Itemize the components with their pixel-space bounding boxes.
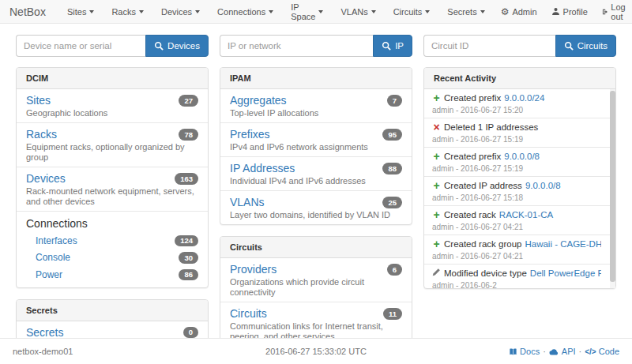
scrollbar-thumb[interactable]: [610, 91, 615, 282]
activity-meta: admin - 2016-06-27 15:19: [432, 135, 601, 144]
activity-meta: admin - 2016-06-27 15:19: [432, 164, 601, 173]
secrets-link[interactable]: Secrets: [26, 326, 63, 340]
code-link[interactable]: </> Code: [585, 347, 619, 356]
caret-down-icon: [480, 10, 485, 13]
aggregates-count-badge: 7: [387, 95, 402, 107]
delete-icon: ×: [432, 122, 441, 133]
nav-item-racks[interactable]: Racks: [103, 0, 152, 24]
activity-meta: admin - 2016-06-27 15:20: [432, 106, 601, 114]
link-label: Code: [599, 347, 619, 356]
dcim-item-connections: Connections Interfaces 124 Console 30 Po…: [17, 212, 208, 287]
plus-icon: +: [432, 209, 441, 221]
providers-link[interactable]: Providers: [230, 263, 276, 276]
sites-link[interactable]: Sites: [26, 94, 51, 107]
activity-target-link[interactable]: 9.0.0.0/8: [504, 151, 540, 163]
brand[interactable]: NetBox: [9, 6, 46, 18]
caret-down-icon: [139, 10, 144, 13]
vlans-desc: Layer two domains, identified by VLAN ID: [230, 210, 402, 220]
interfaces-link[interactable]: Interfaces: [36, 235, 77, 246]
console-link[interactable]: Console: [36, 252, 70, 263]
circuit-search-input[interactable]: [423, 35, 555, 57]
nav-item-vlans[interactable]: VLANs: [332, 0, 384, 24]
nav-item-connections[interactable]: Connections: [209, 0, 282, 24]
main-menu: Sites Racks Devices Connections IP Space…: [58, 0, 494, 24]
vlans-link[interactable]: VLANs: [230, 196, 265, 209]
ip-search-input[interactable]: [220, 35, 373, 57]
activity-item: +Created rack groupHawaii - CAGE-DH1-01 …: [424, 235, 615, 265]
activity-meta: admin - 2016-06-2: [432, 281, 601, 288]
nav-label: Devices: [161, 7, 192, 17]
column-activity: Recent Activity +Created prefix9.0.0.0/2…: [423, 67, 616, 300]
power-link[interactable]: Power: [36, 269, 62, 280]
panel-recent-activity: Recent Activity +Created prefix9.0.0.0/2…: [423, 67, 616, 289]
caret-down-icon: [318, 10, 323, 13]
nav-label: Admin: [512, 7, 536, 17]
ip-search-group: IP: [220, 35, 412, 57]
device-search-button[interactable]: Devices: [145, 35, 209, 57]
nav-label: Racks: [111, 7, 136, 17]
vlans-count-badge: 25: [382, 197, 402, 208]
activity-target-link[interactable]: Dell PowerEdge R630: [530, 268, 601, 280]
activity-action: Modified device type: [444, 268, 527, 280]
nav-item-circuits[interactable]: Circuits: [385, 0, 439, 24]
caret-down-icon: [269, 10, 273, 13]
nav-item-devices[interactable]: Devices: [152, 0, 209, 24]
prefixes-link[interactable]: Prefixes: [230, 128, 270, 141]
nav-item-sites[interactable]: Sites: [58, 0, 103, 24]
button-label: Circuits: [577, 41, 608, 51]
devices-link[interactable]: Devices: [26, 172, 66, 186]
racks-count-badge: 78: [179, 129, 198, 141]
hostname: netbox-demo01: [13, 347, 73, 356]
nav-label: VLANs: [340, 7, 367, 17]
nav-label: Circuits: [393, 7, 423, 17]
sites-count-badge: 27: [179, 95, 198, 107]
devices-count-badge: 163: [175, 173, 198, 185]
activity-target-link[interactable]: Hawaii - CAGE-DH1-01: [525, 238, 601, 250]
activity-action: Created prefix: [444, 92, 501, 104]
aggregates-link[interactable]: Aggregates: [230, 94, 287, 107]
nav-item-profile[interactable]: Profile: [544, 0, 595, 24]
circuits-link[interactable]: Circuits: [230, 307, 267, 321]
activity-target-link[interactable]: 9.0.0.0/8: [525, 180, 561, 192]
nav-item-admin[interactable]: ⚙Admin: [494, 0, 544, 24]
device-search-input[interactable]: [16, 35, 145, 57]
aggregates-desc: Top-level IP allocations: [230, 108, 402, 118]
separator: ·: [543, 347, 546, 356]
nav-item-ip-space[interactable]: IP Space: [282, 0, 332, 24]
ip-addresses-count-badge: 88: [382, 163, 402, 174]
plus-icon: +: [432, 92, 441, 104]
ip-addresses-link[interactable]: IP Addresses: [230, 162, 295, 175]
connections-row-interfaces: Interfaces 124: [26, 232, 198, 250]
circuits-item-providers: Providers6 Organizations which provide c…: [220, 258, 412, 302]
activity-action: Created rack group: [444, 238, 521, 250]
activity-target-link[interactable]: RACK-01-CA: [499, 209, 553, 221]
column-dcim: DCIM Sites27 Geographic locations Racks7…: [16, 67, 209, 364]
footer: netbox-demo01 2016-06-27 15:33:02 UTC Do…: [0, 338, 632, 364]
search-icon: [564, 41, 574, 51]
docs-link[interactable]: Docs: [509, 347, 540, 356]
plus-icon: +: [432, 238, 441, 250]
nav-item-logout[interactable]: Log out: [595, 0, 632, 24]
netbox-app: NetBox Sites Racks Devices Connections I…: [0, 0, 632, 364]
api-link[interactable]: API: [549, 347, 576, 356]
circuit-search-button[interactable]: Circuits: [555, 35, 616, 57]
code-icon: </>: [585, 347, 596, 356]
button-label: IP: [395, 41, 404, 51]
device-search-group: Devices: [16, 35, 209, 57]
ipam-item-aggregates: Aggregates7 Top-level IP allocations: [220, 89, 412, 123]
sites-desc: Geographic locations: [26, 108, 198, 118]
activity-item: +Created IP address9.0.0.0/8 admin - 201…: [424, 177, 615, 206]
nav-item-secrets[interactable]: Secrets: [438, 0, 493, 24]
book-icon: [509, 347, 517, 356]
activity-target-link[interactable]: 9.0.0.0/24: [504, 92, 544, 104]
scrollbar-track[interactable]: [610, 89, 615, 288]
navbar: NetBox Sites Racks Devices Connections I…: [0, 0, 632, 24]
logout-icon: [602, 7, 608, 17]
panel-ipam: IPAM Aggregates7 Top-level IP allocation…: [220, 67, 412, 225]
panel-title: Recent Activity: [424, 68, 615, 89]
nav-label: Secrets: [447, 7, 476, 17]
racks-link[interactable]: Racks: [26, 128, 57, 141]
ip-search-button[interactable]: IP: [373, 35, 412, 57]
activity-meta: admin - 2016-06-27 04:21: [432, 252, 601, 261]
connections-row-power: Power 86: [26, 266, 198, 283]
